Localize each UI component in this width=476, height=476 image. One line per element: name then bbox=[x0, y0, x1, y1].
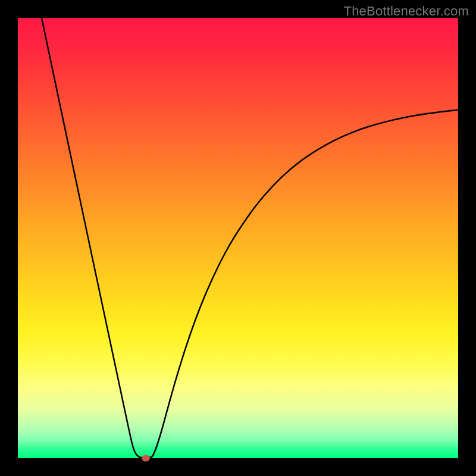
curve-svg bbox=[18, 18, 458, 458]
chart-stage: TheBottlenecker.com bbox=[0, 0, 476, 476]
plot-area bbox=[18, 18, 458, 458]
bottleneck-curve bbox=[42, 18, 458, 458]
attribution-text: TheBottlenecker.com bbox=[344, 4, 469, 19]
optimal-point-marker bbox=[142, 455, 150, 462]
